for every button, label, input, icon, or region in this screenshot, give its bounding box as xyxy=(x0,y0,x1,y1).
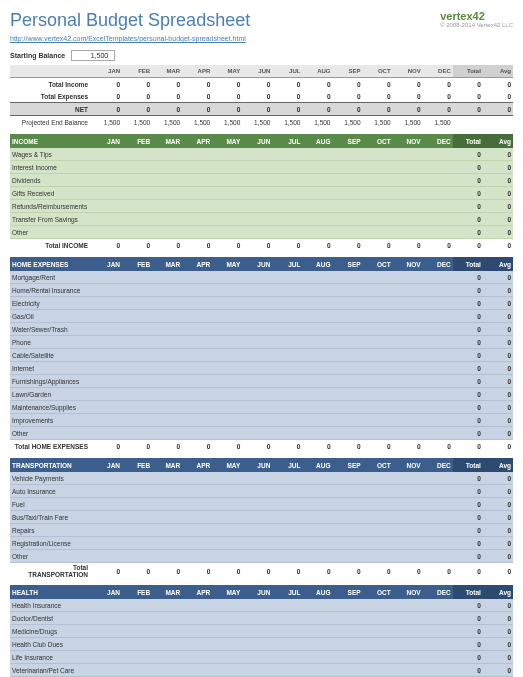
cell[interactable] xyxy=(152,524,182,537)
cell[interactable]: 0 xyxy=(92,440,122,453)
cell[interactable]: 0 xyxy=(272,103,302,116)
cell[interactable] xyxy=(393,485,423,498)
cell[interactable] xyxy=(242,161,272,174)
cell[interactable] xyxy=(92,349,122,362)
cell[interactable] xyxy=(363,148,393,161)
cell[interactable] xyxy=(242,388,272,401)
cell[interactable] xyxy=(363,414,393,427)
cell[interactable] xyxy=(182,187,212,200)
cell[interactable] xyxy=(423,213,453,226)
cell[interactable]: 0 xyxy=(272,563,302,580)
cell[interactable] xyxy=(393,612,423,625)
cell[interactable] xyxy=(92,472,122,485)
cell[interactable]: 0 xyxy=(122,90,152,103)
cell[interactable] xyxy=(363,213,393,226)
cell[interactable] xyxy=(393,161,423,174)
cell[interactable]: 0 xyxy=(242,563,272,580)
cell[interactable] xyxy=(363,310,393,323)
cell[interactable] xyxy=(302,612,332,625)
cell[interactable] xyxy=(423,271,453,284)
cell[interactable] xyxy=(92,427,122,440)
cell[interactable] xyxy=(393,401,423,414)
cell[interactable] xyxy=(92,323,122,336)
cell[interactable] xyxy=(333,200,363,213)
cell[interactable] xyxy=(363,651,393,664)
cell[interactable] xyxy=(152,284,182,297)
cell[interactable]: 0 xyxy=(152,239,182,252)
cell[interactable] xyxy=(122,511,152,524)
cell[interactable] xyxy=(302,336,332,349)
cell[interactable] xyxy=(272,349,302,362)
cell[interactable] xyxy=(92,414,122,427)
cell[interactable] xyxy=(122,375,152,388)
cell[interactable] xyxy=(152,537,182,550)
cell[interactable] xyxy=(302,388,332,401)
cell[interactable] xyxy=(393,414,423,427)
cell[interactable]: 0 xyxy=(242,90,272,103)
cell[interactable]: 0 xyxy=(333,239,363,252)
cell[interactable] xyxy=(302,550,332,563)
cell[interactable] xyxy=(92,401,122,414)
cell[interactable] xyxy=(302,472,332,485)
cell[interactable] xyxy=(363,187,393,200)
cell[interactable]: 0 xyxy=(92,90,122,103)
cell[interactable] xyxy=(212,336,242,349)
cell[interactable] xyxy=(363,485,393,498)
cell[interactable] xyxy=(242,612,272,625)
cell[interactable] xyxy=(182,511,212,524)
cell[interactable] xyxy=(272,362,302,375)
cell[interactable] xyxy=(242,213,272,226)
cell[interactable] xyxy=(423,511,453,524)
cell[interactable] xyxy=(182,161,212,174)
cell[interactable] xyxy=(212,200,242,213)
cell[interactable] xyxy=(242,651,272,664)
cell[interactable] xyxy=(302,498,332,511)
cell[interactable] xyxy=(302,427,332,440)
cell[interactable] xyxy=(242,148,272,161)
cell[interactable] xyxy=(423,336,453,349)
cell[interactable] xyxy=(182,427,212,440)
cell[interactable] xyxy=(333,284,363,297)
cell[interactable] xyxy=(423,174,453,187)
cell[interactable] xyxy=(242,362,272,375)
cell[interactable] xyxy=(122,388,152,401)
cell[interactable] xyxy=(122,599,152,612)
cell[interactable] xyxy=(242,271,272,284)
cell[interactable] xyxy=(122,401,152,414)
cell[interactable] xyxy=(302,524,332,537)
cell[interactable] xyxy=(363,427,393,440)
cell[interactable] xyxy=(423,414,453,427)
cell[interactable] xyxy=(182,401,212,414)
cell[interactable] xyxy=(92,148,122,161)
cell[interactable] xyxy=(363,401,393,414)
cell[interactable] xyxy=(152,375,182,388)
cell[interactable] xyxy=(182,414,212,427)
cell[interactable] xyxy=(182,284,212,297)
cell[interactable] xyxy=(333,362,363,375)
cell[interactable] xyxy=(182,148,212,161)
cell[interactable] xyxy=(302,537,332,550)
cell[interactable] xyxy=(333,599,363,612)
cell[interactable] xyxy=(92,664,122,677)
cell[interactable] xyxy=(182,336,212,349)
cell[interactable] xyxy=(152,612,182,625)
cell[interactable]: 0 xyxy=(302,440,332,453)
cell[interactable] xyxy=(122,213,152,226)
cell[interactable] xyxy=(302,485,332,498)
cell[interactable]: 0 xyxy=(122,78,152,91)
cell[interactable] xyxy=(122,187,152,200)
cell[interactable]: 0 xyxy=(302,239,332,252)
cell[interactable] xyxy=(423,388,453,401)
cell[interactable] xyxy=(152,401,182,414)
cell[interactable] xyxy=(272,375,302,388)
cell[interactable] xyxy=(212,537,242,550)
cell[interactable] xyxy=(363,550,393,563)
cell[interactable] xyxy=(182,297,212,310)
cell[interactable] xyxy=(423,651,453,664)
cell[interactable]: 0 xyxy=(122,563,152,580)
cell[interactable] xyxy=(333,472,363,485)
cell[interactable] xyxy=(242,200,272,213)
cell[interactable] xyxy=(333,226,363,239)
cell[interactable] xyxy=(272,537,302,550)
cell[interactable] xyxy=(272,310,302,323)
